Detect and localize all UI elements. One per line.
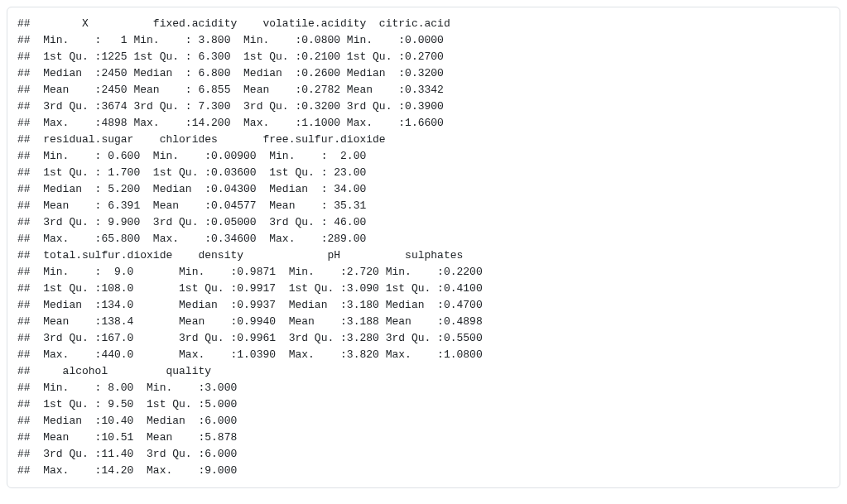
summary-output-text: ## X fixed.acidity volatile.acidity citr…: [17, 16, 830, 479]
summary-output-block: ## X fixed.acidity volatile.acidity citr…: [7, 7, 840, 488]
